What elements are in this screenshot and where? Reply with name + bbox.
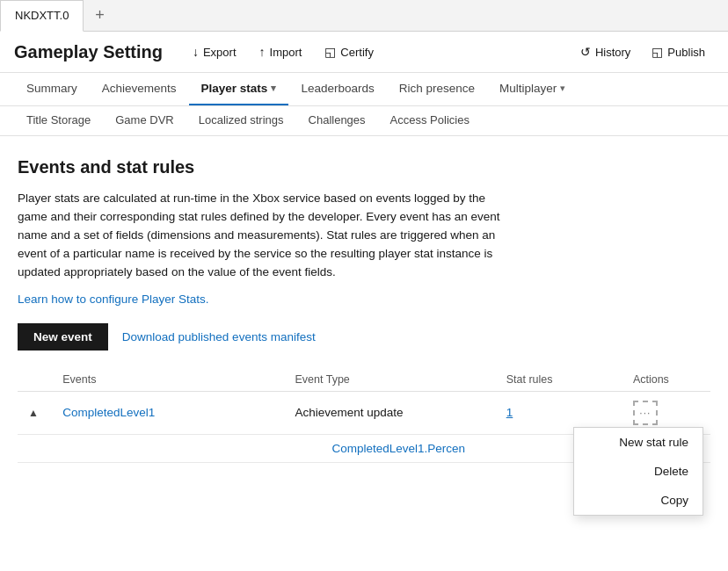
context-menu-copy[interactable]: Copy [574, 486, 703, 515]
nav-item-multiplayer[interactable]: Multiplayer ▾ [487, 73, 578, 105]
col-event-type-header: Event Type [288, 368, 499, 392]
context-menu: New stat rule Delete Copy [573, 427, 703, 516]
add-tab-button[interactable]: + [84, 0, 115, 32]
certify-icon: ◱ [324, 45, 336, 59]
nav-item-access-policies[interactable]: Access Policies [378, 106, 482, 135]
col-expand-header [18, 368, 55, 392]
history-icon: ↺ [580, 45, 591, 59]
sub-row-empty [18, 434, 288, 462]
stat-rules-link[interactable]: 1 [506, 406, 513, 419]
sub-row-stat-link[interactable]: CompletedLevel1.Percen [332, 442, 466, 455]
multiplayer-arrow-icon: ▾ [560, 83, 565, 94]
context-menu-delete[interactable]: Delete [574, 457, 703, 486]
section-description: Player stats are calculated at run-time … [18, 190, 510, 282]
app-header: Gameplay Setting ↓ Export ↑ Import ◱ Cer… [0, 32, 728, 73]
section-title: Events and stat rules [18, 157, 710, 177]
player-stats-arrow-icon: ▾ [271, 83, 276, 94]
primary-nav: Summary Achievements Player stats ▾ Lead… [0, 73, 728, 106]
publish-icon: ◱ [652, 45, 663, 59]
nav-item-summary[interactable]: Summary [14, 73, 90, 105]
publish-button[interactable]: ◱ Publish [643, 40, 714, 63]
nav-item-challenges[interactable]: Challenges [296, 106, 378, 135]
col-actions-header: Actions [626, 368, 710, 392]
history-button[interactable]: ↺ History [571, 40, 639, 63]
nav-item-leaderboards[interactable]: Leaderboards [288, 73, 386, 105]
export-button[interactable]: ↓ Export [184, 40, 245, 63]
import-icon: ↑ [259, 45, 266, 59]
nav-item-rich-presence[interactable]: Rich presence [387, 73, 487, 105]
context-menu-new-stat-rule[interactable]: New stat rule [574, 428, 703, 457]
nav-item-game-dvr[interactable]: Game DVR [103, 106, 186, 135]
import-button[interactable]: ↑ Import [251, 40, 311, 63]
active-tab[interactable]: NKDXTT.0 [0, 0, 84, 32]
events-table: Events Event Type Stat rules Actions ▲ C… [18, 368, 710, 463]
nav-item-achievements[interactable]: Achievements [90, 73, 189, 105]
tab-bar: NKDXTT.0 + [0, 0, 728, 32]
row-expand-button[interactable]: ▲ [25, 405, 42, 421]
header-right: ↺ History ◱ Publish [571, 40, 714, 63]
learn-link[interactable]: Learn how to configure Player Stats. [18, 293, 710, 306]
nav-item-title-storage[interactable]: Title Storage [14, 106, 103, 135]
app-title: Gameplay Setting [14, 42, 163, 62]
download-manifest-link[interactable]: Download published events manifest [122, 330, 316, 343]
col-stat-rules-header: Stat rules [499, 368, 626, 392]
nav-item-localized-strings[interactable]: Localized strings [186, 106, 296, 135]
header-actions: ↓ Export ↑ Import ◱ Certify [184, 40, 564, 63]
event-name-link[interactable]: CompletedLevel1 [62, 406, 155, 419]
actions-menu-container: ··· New stat rule Delete Copy [633, 401, 703, 425]
nav-item-player-stats[interactable]: Player stats ▾ [189, 73, 289, 105]
table-header-row: Events Event Type Stat rules Actions [18, 368, 710, 392]
actions-dots-icon: ··· [639, 407, 651, 419]
event-name-cell: CompletedLevel1 [55, 391, 288, 434]
secondary-nav: Title Storage Game DVR Localized strings… [0, 106, 728, 136]
certify-button[interactable]: ◱ Certify [316, 40, 382, 63]
actions-icon-button[interactable]: ··· [633, 401, 658, 425]
main-content: Events and stat rules Player stats are c… [0, 136, 728, 481]
col-events-header: Events [55, 368, 288, 392]
actions-cell: ··· New stat rule Delete Copy [626, 391, 710, 434]
event-type-cell: Achievement update [288, 391, 499, 434]
table-row: ▲ CompletedLevel1 Achievement update 1 ·… [18, 391, 710, 434]
new-event-button[interactable]: New event [18, 323, 108, 351]
export-icon: ↓ [193, 45, 199, 59]
row-expand-cell: ▲ [18, 391, 55, 434]
actions-row: New event Download published events mani… [18, 323, 710, 351]
